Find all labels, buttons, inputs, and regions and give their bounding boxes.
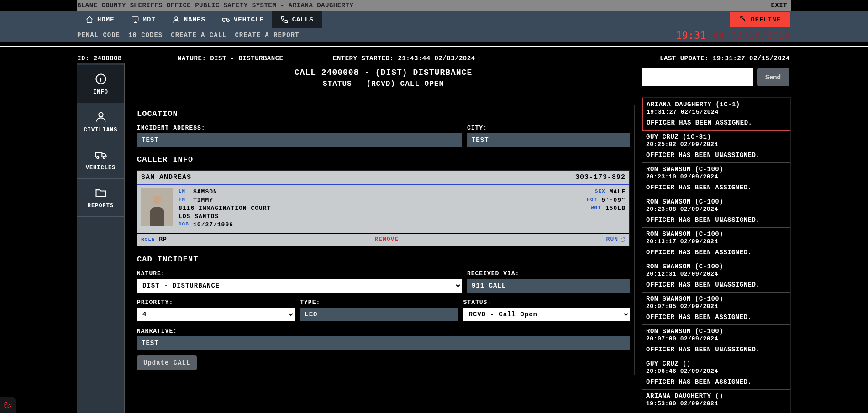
- update-call-button[interactable]: Update CALL: [137, 355, 197, 370]
- city-input[interactable]: [467, 133, 630, 147]
- rail-vehicles[interactable]: VEHICLES: [77, 141, 124, 179]
- subnav-10-codes[interactable]: 10 CODES: [128, 31, 163, 39]
- caller-role: RP: [159, 236, 167, 243]
- log-sender: ARIANA DAUGHERTY (): [646, 392, 787, 400]
- log-sender: RON SWANSON (C-100): [646, 230, 787, 238]
- received-via-input[interactable]: [467, 279, 630, 293]
- log-time: 20:23:08 02/09/2024: [646, 206, 787, 213]
- svg-point-5: [153, 196, 161, 204]
- nav-home[interactable]: HOME: [77, 11, 123, 28]
- truck-icon: [222, 16, 230, 24]
- log-message: OFFICER HAS BEEN UNASSIGNED.: [646, 346, 787, 353]
- log-message: OFFICER HAS BEEN ASSIGNED.: [647, 119, 786, 126]
- send-button[interactable]: Send: [757, 68, 789, 86]
- run-caller-button[interactable]: RUN: [606, 236, 626, 243]
- log-sender: GUY CRUZ (1C-31): [646, 133, 787, 141]
- caller-card: SAN ANDREAS 303-173-892 LNSAMSON FNTIMMY…: [137, 170, 630, 246]
- log-sender: RON SWANSON (C-100): [646, 263, 787, 270]
- city-label: CITY:: [467, 125, 630, 131]
- offline-button[interactable]: OFFLINE: [730, 12, 790, 27]
- rail-reports[interactable]: REPORTS: [77, 179, 124, 217]
- log-entry: ARIANA DAUGHERTY ()19:53:00 02/09/2024: [642, 390, 790, 413]
- truck-icon: [95, 148, 107, 161]
- status-label: STATUS:: [463, 299, 630, 306]
- external-link-icon: [620, 237, 626, 242]
- info-icon: [95, 73, 107, 85]
- offline-icon: [739, 15, 747, 25]
- info-nature: NATURE: DIST - DISTURBANCE: [178, 55, 333, 62]
- info-id: ID: 2400008: [77, 55, 178, 62]
- log-entry: GUY CRUZ ()20:06:46 02/09/2024OFFICER HA…: [642, 357, 790, 390]
- log-message: OFFICER HAS BEEN ASSIGNED.: [646, 314, 787, 321]
- nature-select[interactable]: DIST - DISTURBANCE: [137, 279, 462, 293]
- caller-weight: 150LB: [605, 205, 626, 212]
- type-input[interactable]: [300, 308, 458, 321]
- subnav-create-report[interactable]: CREATE A REPORT: [235, 31, 299, 39]
- log-entry: RON SWANSON (C-100)20:07:00 02/09/2024OF…: [642, 325, 790, 357]
- log-entry: RON SWANSON (C-100)20:23:10 02/09/2024OF…: [642, 163, 790, 195]
- log-message: OFFICER HAS BEEN UNASSIGNED.: [646, 152, 787, 159]
- call-status: STATUS - (RCVD) CALL OPEN: [132, 80, 635, 88]
- log-time: 20:13:17 02/09/2024: [646, 238, 787, 245]
- log-entry: ARIANA DAUGHERTY (1C-1)19:31:27 02/15/20…: [642, 98, 790, 131]
- caller-dob: 10/27/1996: [193, 221, 233, 228]
- log-entry: RON SWANSON (C-100)20:07:05 02/09/2024OF…: [642, 293, 790, 325]
- log-entry: RON SWANSON (C-100)20:12:31 02/09/2024OF…: [642, 260, 790, 293]
- caller-address: 8116 IMMAGINATION COURT: [179, 205, 271, 212]
- caller-avatar: [141, 188, 173, 226]
- person-icon: [95, 110, 107, 123]
- phone-icon: [280, 16, 289, 24]
- caller-city: LOS SANTOS: [179, 213, 219, 220]
- rail-civilians[interactable]: CIVILIANS: [77, 103, 124, 141]
- log-sender: RON SWANSON (C-100): [646, 198, 787, 205]
- incident-address-input[interactable]: [137, 133, 462, 147]
- section-cad: CAD INCIDENT: [137, 255, 630, 264]
- log-message: OFFICER HAS BEEN UNASSIGNED.: [646, 216, 787, 224]
- log-time: 20:07:05 02/09/2024: [646, 303, 787, 310]
- log-sender: RON SWANSON (C-100): [646, 166, 787, 173]
- remove-caller-button[interactable]: REMOVE: [374, 236, 399, 243]
- type-label: TYPE:: [300, 299, 458, 306]
- log-time: 20:06:46 02/09/2024: [646, 368, 787, 375]
- subnav-create-call[interactable]: CREATE A CALL: [171, 31, 226, 39]
- log-time: 20:07:00 02/09/2024: [646, 335, 787, 342]
- info-entry: ENTERY STARTED: 21:43:44 02/03/2024: [333, 55, 525, 62]
- log-time: 20:23:10 02/09/2024: [646, 173, 787, 180]
- exit-button[interactable]: EXIT: [771, 0, 791, 11]
- log-message: OFFICER HAS BEEN UNASSIGNED.: [646, 281, 787, 288]
- folder-icon: [95, 186, 107, 199]
- nature-label: NATURE:: [137, 270, 462, 277]
- caller-ssn: 303-173-892: [575, 173, 626, 181]
- person-icon: [172, 16, 180, 24]
- log-time: 20:25:02 02/09/2024: [646, 141, 787, 148]
- log-sender: RON SWANSON (C-100): [646, 328, 787, 335]
- log-message: OFFICER HAS BEEN ASSIGNED.: [646, 184, 787, 191]
- incident-address-label: INCIDENT ADDRESS:: [137, 125, 462, 131]
- caller-firstname: TIMMY: [193, 197, 213, 204]
- log-sender: ARIANA DAUGHERTY (1C-1): [647, 101, 786, 108]
- caller-height: 5'-09": [601, 197, 626, 204]
- call-title: CALL 2400008 - (DIST) DISTURBANCE: [132, 68, 635, 77]
- status-select[interactable]: RCVD - Call Open: [463, 308, 630, 321]
- caller-state: SAN ANDREAS: [141, 173, 191, 181]
- log-time: 20:12:31 02/09/2024: [646, 271, 787, 277]
- narrative-input[interactable]: [137, 336, 630, 350]
- app-title: BLANE COUNTY SHERIFFS OFFICE PUBLIC SAFE…: [77, 0, 353, 11]
- nav-mdt[interactable]: MDT: [123, 11, 164, 28]
- clock-display: 19:31:44 02/15/2024: [676, 30, 791, 41]
- priority-select[interactable]: 4: [137, 308, 295, 321]
- nav-calls[interactable]: CALLS: [272, 11, 322, 28]
- priority-label: PRIORITY:: [137, 299, 295, 306]
- activity-log[interactable]: ARIANA DAUGHERTY (1C-1)19:31:27 02/15/20…: [642, 97, 791, 413]
- subnav-penal-code[interactable]: PENAL CODE: [77, 31, 120, 39]
- log-time: 19:31:27 02/15/2024: [647, 109, 786, 115]
- nav-vehicle[interactable]: VEHICLE: [214, 11, 272, 28]
- message-input[interactable]: [642, 68, 753, 86]
- laravel-badge[interactable]: [0, 397, 16, 413]
- svg-rect-0: [132, 17, 138, 21]
- rail-info[interactable]: INFO: [77, 65, 124, 103]
- log-sender: GUY CRUZ (): [646, 360, 787, 367]
- nav-names[interactable]: NAMES: [164, 11, 214, 28]
- monitor-icon: [131, 16, 139, 24]
- received-via-label: RECEIVED VIA:: [467, 270, 630, 277]
